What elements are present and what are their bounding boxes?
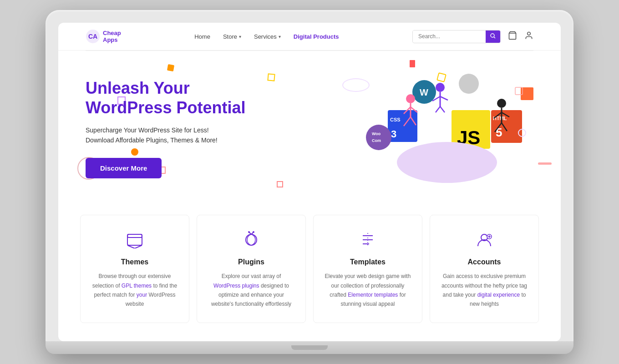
svg-rect-43 [127,234,142,238]
svg-point-2 [491,34,494,37]
svg-point-27 [436,83,445,92]
svg-text:Com: Com [372,138,381,143]
laptop-frame: CA Cheap Apps Home Store ▾ Services ▾ Di… [46,10,573,354]
search-box [412,30,501,43]
svg-rect-39 [437,73,446,82]
svg-point-16 [366,125,391,150]
feature-card-templates: Templates Elevate your web design game w… [313,215,422,323]
feature-card-accounts: Accounts Gain access to exclusive premiu… [430,215,539,323]
svg-point-49 [253,231,254,233]
themes-desc: Browse through our extensive selection o… [91,272,178,309]
tech-illustration: CSS 3 JS HTML 5 W Wo [360,65,533,192]
store-chevron-icon: ▾ [239,34,241,39]
logo-icon: CA [86,29,100,44]
templates-icon [325,229,411,251]
cart-icon[interactable] [508,31,517,42]
hero-illustration: CSS 3 JS HTML 5 W Wo [360,65,533,192]
themes-title: Themes [91,258,178,266]
svg-line-32 [440,106,445,112]
svg-text:Woo: Woo [372,131,381,136]
services-chevron-icon: ▾ [279,34,281,39]
hero-subtitle: Supercharge Your WordPress Site for Less… [86,125,245,146]
search-icon [490,33,496,39]
logo-text: Cheap Apps [103,30,121,44]
user-icon[interactable] [524,31,533,42]
nav-services[interactable]: Services ▾ [254,33,281,40]
feature-card-plugins: Plugins Explore our vast array of WordPr… [197,215,306,323]
svg-line-31 [436,106,440,112]
features-section: Themes Browse through our extensive sele… [58,201,561,341]
nav-icons [508,31,533,42]
ill-bg-circle [397,142,497,183]
plugins-title: Plugins [208,258,294,266]
svg-point-33 [497,99,506,108]
svg-text:CA: CA [88,33,97,40]
svg-line-44 [127,245,135,248]
templates-desc: Elevate your web design game with our co… [325,272,411,309]
nav-home[interactable]: Home [194,33,210,40]
svg-text:HTML: HTML [493,116,507,121]
svg-point-5 [528,32,531,35]
themes-icon [91,229,178,251]
nav-search [412,30,533,43]
svg-line-3 [494,37,495,38]
hero-cta-wrapper: Discover More [86,158,162,178]
svg-text:5: 5 [496,126,502,139]
svg-text:W: W [420,87,428,97]
deco-top-outline [268,74,275,81]
hero-content: Unleash Your WordPress Potential Superch… [86,78,245,178]
nav-links: Home Store ▾ Services ▾ Digital Products [139,33,394,40]
svg-rect-40 [515,87,523,95]
deco-right-dash [538,162,552,165]
svg-line-30 [440,96,448,100]
deco-bottom-center-sq [277,181,283,187]
nav-digital-products[interactable]: Digital Products [294,33,339,40]
svg-text:3: 3 [391,128,396,140]
deco-orange-rect [167,65,174,71]
templates-title: Templates [325,258,411,266]
feature-card-themes: Themes Browse through our extensive sele… [80,215,189,323]
svg-text:CSS: CSS [390,117,401,122]
svg-point-21 [406,94,415,103]
laptop-notch [291,345,328,350]
svg-point-50 [248,231,250,233]
discover-more-button[interactable]: Discover More [86,158,162,178]
svg-rect-42 [127,234,142,245]
svg-line-45 [135,245,142,248]
hero-title: Unleash Your WordPress Potential [86,78,245,117]
logo[interactable]: CA Cheap Apps [86,29,121,44]
hero-section: Unleash Your WordPress Potential Superch… [58,51,561,201]
search-button[interactable] [486,30,500,43]
plugins-desc: Explore our vast array of WordPress plug… [208,272,294,309]
accounts-desc: Gain access to exclusive premium account… [441,272,528,309]
nav-store[interactable]: Store ▾ [223,33,241,40]
laptop-base [46,341,573,354]
plugins-icon [208,229,294,251]
accounts-title: Accounts [441,258,528,266]
search-input[interactable] [413,30,486,42]
screen: CA Cheap Apps Home Store ▾ Services ▾ Di… [58,23,561,341]
accounts-icon [441,229,528,251]
navbar: CA Cheap Apps Home Store ▾ Services ▾ Di… [58,23,561,51]
